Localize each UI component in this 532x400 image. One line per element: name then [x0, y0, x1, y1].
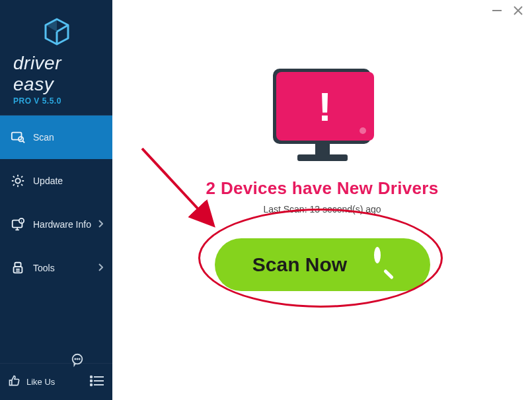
- like-us-label: Like Us: [26, 377, 55, 387]
- magnify-icon: [363, 250, 392, 279]
- content-area: ! 2 Devices have New Drivers Last Scan: …: [112, 22, 532, 400]
- chevron-right-icon: [98, 219, 103, 230]
- app-name: driver easy: [13, 53, 99, 95]
- svg-point-20: [91, 380, 93, 382]
- list-toggle-icon[interactable]: [90, 375, 104, 389]
- svg-line-3: [22, 141, 24, 143]
- hardware-icon: i: [9, 217, 26, 232]
- svg-point-4: [15, 178, 20, 183]
- sidebar-item-label: Tools: [33, 263, 55, 273]
- sidebar-item-hardware-info[interactable]: i Hardware Info: [0, 203, 112, 246]
- main-panel: ! 2 Devices have New Drivers Last Scan: …: [112, 0, 532, 400]
- sidebar-item-tools[interactable]: Tools: [0, 246, 112, 290]
- exclamation-icon: !: [318, 83, 332, 130]
- thumbs-up-icon: [8, 374, 21, 389]
- window-titlebar: [112, 0, 532, 22]
- like-us-button[interactable]: Like Us: [8, 374, 55, 389]
- feedback-icon[interactable]: [70, 352, 85, 370]
- gear-refresh-icon: [9, 174, 26, 188]
- sidebar-item-scan[interactable]: Scan: [0, 116, 112, 159]
- svg-rect-10: [15, 263, 20, 267]
- sidebar-nav: Scan Update i Hard: [0, 116, 112, 290]
- sidebar: driver easy PRO V 5.5.0 Scan: [0, 0, 112, 400]
- logo-row: driver easy PRO V 5.5.0: [13, 17, 99, 106]
- sidebar-item-label: Scan: [33, 132, 54, 143]
- svg-rect-1: [12, 133, 22, 140]
- minimize-button[interactable]: [492, 3, 502, 15]
- logo-block: driver easy PRO V 5.5.0: [0, 0, 112, 116]
- sidebar-item-update[interactable]: Update: [0, 159, 112, 203]
- last-scan-text: Last Scan: 13 second(s) ago: [263, 204, 381, 215]
- sidebar-item-label: Hardware Info: [33, 219, 91, 230]
- scan-icon: [9, 130, 26, 145]
- app-version: PRO V 5.5.0: [13, 96, 61, 106]
- scan-now-button[interactable]: Scan Now: [215, 238, 430, 291]
- headline-text: 2 Devices have New Drivers: [206, 178, 439, 199]
- svg-point-17: [79, 358, 80, 359]
- monitor-alert-graphic: !: [273, 69, 372, 161]
- svg-point-18: [91, 376, 93, 378]
- tools-icon: [9, 261, 26, 275]
- sidebar-bottom: Like Us: [0, 363, 112, 400]
- svg-point-22: [91, 383, 93, 385]
- svg-point-15: [75, 358, 75, 359]
- app-logo-icon: [42, 17, 71, 49]
- svg-text:i: i: [21, 219, 22, 223]
- scan-now-label: Scan Now: [252, 253, 347, 276]
- svg-point-16: [77, 358, 77, 359]
- sidebar-item-label: Update: [33, 176, 63, 186]
- close-button[interactable]: [513, 6, 523, 17]
- chevron-right-icon: [98, 263, 103, 273]
